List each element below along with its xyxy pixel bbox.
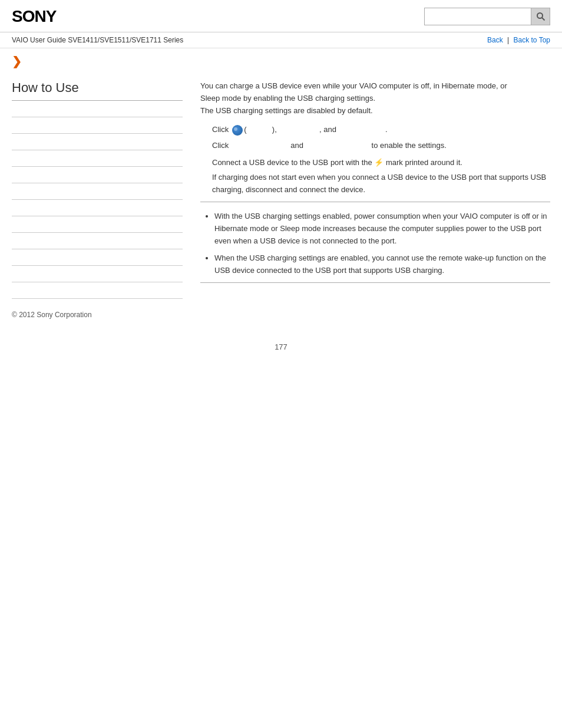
breadcrumb-arrow: ❯ <box>0 48 562 68</box>
sidebar-nav-list <box>12 101 183 299</box>
content-divider-bottom <box>200 282 550 283</box>
sidebar-nav-item[interactable] <box>12 183 183 200</box>
main-content: How to Use © 2012 Sony Corporation You c… <box>0 68 562 331</box>
svg-line-1 <box>542 18 545 21</box>
nav-title: VAIO User Guide SVE1411/SVE1511/SVE1711 … <box>12 36 183 44</box>
sidebar-nav-item[interactable] <box>12 200 183 216</box>
sidebar: How to Use © 2012 Sony Corporation <box>12 80 194 319</box>
intro-line1: You can charge a USB device even while y… <box>200 81 507 90</box>
search-button[interactable] <box>531 8 550 25</box>
note-block: With the USB charging settings enabled, … <box>200 210 550 276</box>
content-area: You can charge a USB device even while y… <box>194 80 550 319</box>
step2-line: Click and to enable the settings. <box>212 140 550 152</box>
note-list: With the USB charging settings enabled, … <box>214 210 550 276</box>
sidebar-nav-item[interactable] <box>12 150 183 167</box>
sidebar-nav-item[interactable] <box>12 282 183 299</box>
sony-logo: SONY <box>12 7 56 26</box>
sidebar-nav-item[interactable] <box>12 101 183 117</box>
step1-paren-open: ( <box>244 124 246 136</box>
note-item-2: When the USB charging settings are enabl… <box>214 252 550 277</box>
step1-and: , and <box>319 124 336 136</box>
step4-note: If charging does not start even when you… <box>212 172 550 196</box>
step1-line: Click ( ), , and . <box>212 124 550 136</box>
step1-label: Click <box>212 124 229 136</box>
nav-links: Back | Back to Top <box>487 36 550 44</box>
svg-point-0 <box>537 13 543 18</box>
nav-separator: | <box>507 36 511 44</box>
globe-icon <box>232 125 243 136</box>
sidebar-nav-item[interactable] <box>12 249 183 266</box>
step1-block: Click ( ), , and . Click <box>212 124 550 152</box>
note-item-1: With the USB charging settings enabled, … <box>214 210 550 247</box>
header: SONY <box>0 0 562 32</box>
sidebar-title: How to Use <box>12 80 183 101</box>
sidebar-nav-item[interactable] <box>12 167 183 183</box>
copyright: © 2012 Sony Corporation <box>12 311 183 319</box>
step2-suffix: to enable the settings. <box>372 140 447 152</box>
search-input[interactable] <box>425 8 531 25</box>
content-divider <box>200 202 550 202</box>
sidebar-nav-item[interactable] <box>12 134 183 150</box>
page-number: 177 <box>0 331 562 357</box>
sidebar-nav-item[interactable] <box>12 233 183 249</box>
sidebar-nav-item[interactable] <box>12 216 183 233</box>
intro-line2: Sleep mode by enabling the USB charging … <box>200 94 375 103</box>
intro-line3: The USB charging settings are disabled b… <box>200 106 373 115</box>
back-to-top-link[interactable]: Back to Top <box>514 36 550 44</box>
step1-period: . <box>385 124 388 136</box>
nav-bar: VAIO User Guide SVE1411/SVE1511/SVE1711 … <box>0 32 562 48</box>
back-link[interactable]: Back <box>487 36 503 44</box>
sidebar-nav-item[interactable] <box>12 117 183 134</box>
step3-note: Connect a USB device to the USB port wit… <box>212 157 550 169</box>
search-area <box>424 8 550 25</box>
step1-paren-close: ), <box>272 124 277 136</box>
search-icon <box>536 12 546 21</box>
sidebar-nav-item[interactable] <box>12 266 183 282</box>
step2-and: and <box>290 140 303 152</box>
intro-paragraph: You can charge a USB device even while y… <box>200 80 550 117</box>
step2-label: Click <box>212 140 229 152</box>
